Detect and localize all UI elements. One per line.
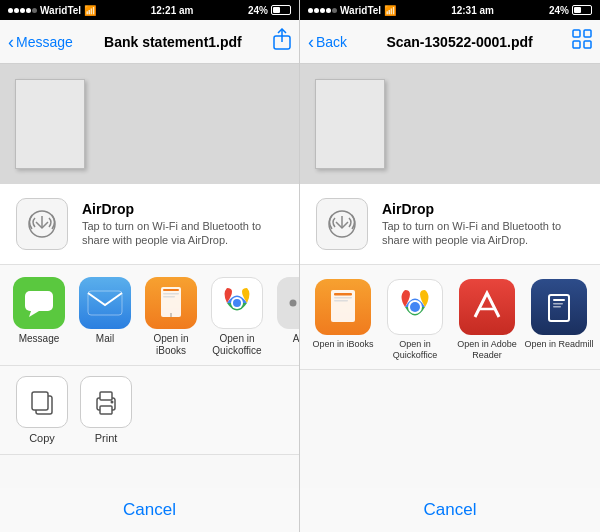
right-grid-button[interactable] — [572, 29, 592, 54]
left-app-mail[interactable]: Mail — [74, 277, 136, 345]
right-status-right: 24% — [549, 5, 592, 16]
left-status-left: WaridTel 📶 — [8, 5, 96, 16]
left-copy-button[interactable]: Copy — [16, 376, 68, 444]
left-app-quickoffice[interactable]: Open in Quickoffice — [206, 277, 268, 357]
right-app-readmill-label: Open in Readmill — [524, 339, 593, 350]
left-app-messages-label: Message — [19, 333, 60, 345]
left-nav-bar: ‹ Message Bank statement1.pdf — [0, 20, 299, 64]
right-cancel-button[interactable]: Cancel — [300, 488, 600, 532]
left-copy-icon — [28, 388, 56, 416]
left-copy-icon-wrap — [16, 376, 68, 428]
left-app-ibooks[interactable]: Open in iBooks — [140, 277, 202, 357]
left-airdrop-text: AirDrop Tap to turn on Wi-Fi and Bluetoo… — [82, 201, 283, 248]
svg-rect-4 — [88, 291, 122, 315]
svg-rect-7 — [163, 293, 179, 295]
svg-point-31 — [410, 302, 420, 312]
right-battery-icon — [572, 5, 592, 15]
left-wifi-icon: 📶 — [84, 5, 96, 16]
left-back-button[interactable]: ‹ Message — [8, 33, 73, 51]
dot5 — [32, 8, 37, 13]
right-airdrop-icon-wrap — [316, 198, 368, 250]
svg-rect-9 — [170, 313, 172, 317]
svg-rect-28 — [334, 297, 352, 299]
right-signal-dots — [308, 8, 337, 13]
svg-rect-16 — [32, 392, 48, 410]
right-back-button[interactable]: ‹ Back — [308, 33, 347, 51]
right-airdrop-text: AirDrop Tap to turn on Wi-Fi and Bluetoo… — [382, 201, 584, 248]
left-action-row: Copy Print — [0, 366, 299, 455]
right-airdrop-title: AirDrop — [382, 201, 584, 217]
svg-rect-6 — [163, 289, 179, 291]
left-ibooks-icon — [145, 277, 197, 329]
right-pdf-page — [315, 79, 385, 169]
right-ibooks-icon — [315, 279, 371, 335]
svg-rect-24 — [584, 41, 591, 48]
left-cancel-button[interactable]: Cancel — [0, 488, 299, 532]
left-battery-icon — [271, 5, 291, 15]
rdot3 — [320, 8, 325, 13]
right-back-label: Back — [316, 34, 347, 50]
svg-rect-18 — [100, 392, 112, 400]
dot2 — [14, 8, 19, 13]
left-status-right: 24% — [248, 5, 291, 16]
svg-rect-29 — [334, 300, 348, 302]
right-readmill-icon — [531, 279, 587, 335]
svg-rect-35 — [553, 303, 563, 305]
right-airdrop-icon — [326, 208, 358, 240]
right-battery-pct: 24% — [549, 5, 569, 16]
left-quickoffice-icon — [211, 277, 263, 329]
right-time: 12:31 am — [451, 5, 494, 16]
left-airdrop-desc: Tap to turn on Wi-Fi and Bluetooth to sh… — [82, 219, 283, 248]
svg-point-12 — [290, 300, 297, 307]
left-print-icon-wrap — [80, 376, 132, 428]
rdot5 — [332, 8, 337, 13]
left-mail-icon — [79, 277, 131, 329]
left-back-label: Message — [16, 34, 73, 50]
signal-dots — [8, 8, 37, 13]
dot1 — [8, 8, 13, 13]
svg-rect-5 — [161, 287, 181, 317]
svg-point-20 — [111, 401, 114, 404]
left-app-more[interactable]: Ad... — [272, 277, 299, 345]
svg-rect-22 — [584, 30, 591, 37]
right-airdrop-desc: Tap to turn on Wi-Fi and Bluetooth to sh… — [382, 219, 584, 248]
right-panel: WaridTel 📶 12:31 am 24% ‹ Back Scan-1305… — [300, 0, 600, 532]
dot4 — [26, 8, 31, 13]
left-apps-row: Message Mail — [0, 265, 299, 366]
right-app-ibooks[interactable]: Open in iBooks — [308, 279, 378, 350]
right-nav-title: Scan-130522-0001.pdf — [377, 34, 542, 50]
left-status-bar: WaridTel 📶 12:21 am 24% — [0, 0, 299, 20]
left-pdf-preview — [0, 64, 299, 184]
left-app-quickoffice-label: Open in Quickoffice — [206, 333, 268, 357]
svg-rect-23 — [573, 41, 580, 48]
right-app-quickoffice[interactable]: Open in Quickoffice — [380, 279, 450, 361]
right-app-quickoffice-label: Open in Quickoffice — [380, 339, 450, 361]
left-more-icon — [277, 277, 299, 329]
left-airdrop-row[interactable]: AirDrop Tap to turn on Wi-Fi and Bluetoo… — [0, 184, 299, 265]
left-pdf-page — [15, 79, 85, 169]
svg-point-11 — [233, 299, 241, 307]
svg-rect-27 — [334, 293, 352, 296]
right-app-readmill[interactable]: Open in Readmill — [524, 279, 594, 350]
left-airdrop-icon-wrap — [16, 198, 68, 250]
left-nav-title: Bank statement1.pdf — [103, 34, 243, 50]
right-app-adobe-label: Open in Adobe Reader — [452, 339, 522, 361]
left-share-sheet: AirDrop Tap to turn on Wi-Fi and Bluetoo… — [0, 184, 299, 532]
left-carrier: WaridTel — [40, 5, 81, 16]
svg-rect-33 — [549, 295, 569, 321]
left-time: 12:21 am — [151, 5, 194, 16]
left-copy-label: Copy — [29, 432, 55, 444]
rdot2 — [314, 8, 319, 13]
right-airdrop-row[interactable]: AirDrop Tap to turn on Wi-Fi and Bluetoo… — [300, 184, 600, 265]
left-app-messages[interactable]: Message — [8, 277, 70, 345]
left-print-button[interactable]: Print — [80, 376, 132, 444]
svg-rect-19 — [100, 406, 112, 414]
left-app-more-label: Ad... — [293, 333, 299, 345]
right-quickoffice-icon — [387, 279, 443, 335]
left-print-icon — [91, 388, 121, 416]
right-app-adobe[interactable]: Open in Adobe Reader — [452, 279, 522, 361]
left-share-button[interactable] — [273, 28, 291, 55]
dot3 — [20, 8, 25, 13]
left-airdrop-title: AirDrop — [82, 201, 283, 217]
right-pdf-preview — [300, 64, 600, 184]
